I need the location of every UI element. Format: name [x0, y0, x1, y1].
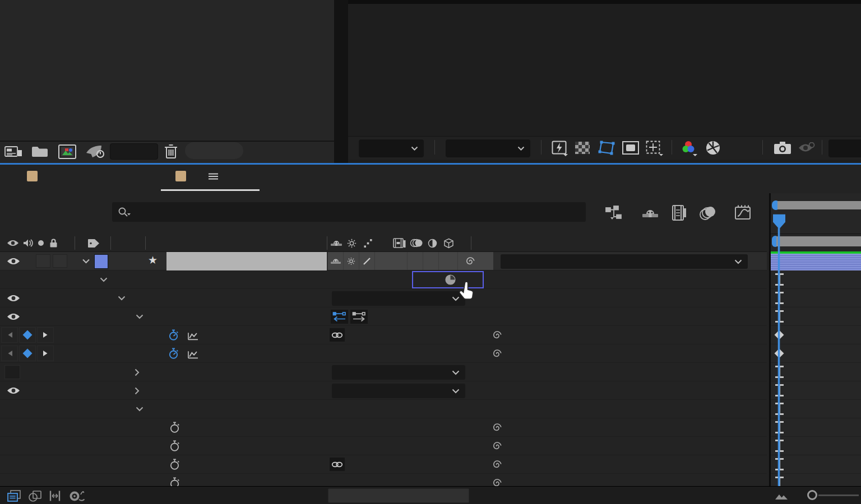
render-queue-icon[interactable]: [85, 144, 105, 159]
search-input[interactable]: [112, 202, 586, 222]
timeline-zoom-slider-handle[interactable]: [807, 490, 817, 500]
comp-tab-icon: [175, 171, 186, 181]
safe-margins-icon[interactable]: [622, 141, 639, 155]
layer-fx-cell[interactable]: [392, 252, 408, 270]
ellipse-path1-expander-chevron-down-icon[interactable]: [136, 314, 144, 319]
row-transform-ellipse-1: [0, 400, 767, 418]
position-pickwhip-icon[interactable]: [491, 348, 502, 359]
fast-preview-icon[interactable]: [552, 141, 568, 156]
toggle-switches-modes-button[interactable]: [328, 488, 469, 503]
time-navigator-bar[interactable]: [777, 201, 861, 209]
panel-divider[interactable]: [334, 0, 348, 163]
search-icon: [118, 207, 131, 218]
bottom-bar: [0, 486, 861, 504]
layer-label-color-swatch[interactable]: [94, 254, 108, 269]
expand-layer-switches-pane-icon[interactable]: [7, 489, 21, 503]
project-search-pill[interactable]: [185, 142, 243, 159]
keyframe-at-current-time[interactable]: [19, 346, 36, 361]
fill1-blend-mode-dropdown[interactable]: [332, 384, 465, 398]
keyframe-nav-next[interactable]: [37, 327, 54, 343]
stroke1-eye-toggle-empty[interactable]: [4, 365, 20, 379]
resolution-dropdown[interactable]: [446, 139, 530, 157]
stroke1-expander-chevron-right-icon[interactable]: [135, 368, 140, 376]
channel-rgb-icon[interactable]: [681, 140, 698, 157]
timeline-zoom-slider-track[interactable]: [818, 494, 859, 496]
project-item-icon[interactable]: [58, 144, 76, 159]
size-constrain-link-icon[interactable]: [330, 328, 345, 342]
magnification-dropdown[interactable]: [359, 139, 424, 157]
keyframe-at-current-time[interactable]: [19, 327, 36, 343]
fill1-expander-chevron-right-icon[interactable]: [135, 387, 140, 395]
scale-constrain-link-icon[interactable]: [330, 458, 345, 471]
parent-dropdown[interactable]: [501, 254, 748, 269]
panel-menu-icon[interactable]: [209, 173, 218, 180]
ellipse1-blend-mode-dropdown[interactable]: [332, 291, 465, 306]
layer-name-selected[interactable]: [166, 252, 327, 270]
ellipse1-eye-icon[interactable]: [7, 294, 20, 302]
position-stopwatch-icon[interactable]: [168, 348, 179, 360]
layer-duration-bar[interactable]: [771, 254, 861, 270]
graph-editor-icon[interactable]: [734, 204, 751, 220]
skew-stopwatch-icon[interactable]: [169, 477, 180, 486]
contents-expander-chevron-down-icon[interactable]: [100, 277, 108, 282]
layer-3d-cell[interactable]: [439, 252, 458, 270]
transform-position-pickwhip-icon[interactable]: [491, 441, 502, 451]
work-area-bar[interactable]: [776, 236, 861, 246]
motion-blur-icon[interactable]: [698, 206, 718, 221]
preview-timecode[interactable]: [828, 139, 861, 157]
size-pickwhip-icon[interactable]: [491, 330, 502, 340]
bit-depth-button[interactable]: [110, 143, 158, 160]
keyframe-nav-next[interactable]: [37, 346, 54, 361]
layer-frame-blend-cell[interactable]: [408, 252, 423, 270]
exposure-aperture-icon[interactable]: [705, 140, 721, 156]
path-direction-reversed-button[interactable]: [331, 310, 348, 324]
shy-layers-icon[interactable]: [641, 206, 659, 220]
layer-parent-pickwhip-icon[interactable]: [458, 252, 480, 270]
trash-icon[interactable]: [164, 143, 178, 160]
timeline-zoom-out-mountain-icon[interactable]: [775, 492, 788, 500]
transform-position-stopwatch-icon[interactable]: [169, 440, 180, 452]
expand-transfer-controls-pane-icon[interactable]: [28, 490, 42, 502]
anchor-pickwhip-icon[interactable]: [491, 422, 502, 433]
solo-toggle-cell[interactable]: [53, 254, 67, 268]
scale-pickwhip-icon[interactable]: [491, 459, 502, 470]
anchor-stopwatch-icon[interactable]: [169, 422, 180, 433]
expand-in-out-pane-icon[interactable]: [48, 490, 62, 502]
layer-expander-chevron-down-icon[interactable]: [82, 259, 90, 264]
snapshot-camera-icon[interactable]: [774, 141, 791, 155]
keyframe-nav-previous[interactable]: [1, 327, 18, 343]
layer-collapse-switch[interactable]: [344, 252, 359, 270]
layer-motion-blur-cell[interactable]: [423, 252, 439, 270]
ellipse-path1-eye-icon[interactable]: [7, 312, 20, 321]
keyframe-nav-previous[interactable]: [1, 346, 18, 361]
row-skew: [0, 474, 767, 486]
frame-blending-icon[interactable]: [670, 204, 687, 221]
transparency-grid-icon[interactable]: [575, 142, 590, 154]
tab-comp-1[interactable]: [175, 171, 218, 181]
folder-icon[interactable]: [31, 146, 48, 158]
grid-guides-icon[interactable]: [646, 141, 664, 156]
path-direction-normal-button[interactable]: [350, 310, 368, 324]
skew-pickwhip-icon[interactable]: [491, 478, 502, 486]
render-time-pane-snail-icon[interactable]: [68, 489, 85, 502]
lock-column-icon: [49, 238, 58, 248]
show-snapshot-icon[interactable]: [798, 142, 815, 153]
size-stopwatch-icon[interactable]: [168, 329, 179, 341]
scale-stopwatch-icon[interactable]: [169, 459, 180, 470]
layer-visibility-eye-icon[interactable]: [7, 257, 20, 265]
footage-interpretation-icon[interactable]: [4, 145, 22, 158]
fill1-eye-icon[interactable]: [7, 386, 20, 395]
playhead-line[interactable]: [778, 228, 780, 486]
region-of-interest-icon[interactable]: [598, 140, 615, 156]
transform-expander-chevron-down-icon[interactable]: [136, 407, 144, 412]
tab-circle-burst[interactable]: [27, 171, 116, 181]
track-row-contents: [771, 270, 861, 289]
stroke1-blend-mode-dropdown[interactable]: [332, 365, 465, 380]
comp-mini-flowchart-icon[interactable]: [605, 206, 622, 220]
track-row-scale: [771, 455, 861, 474]
ellipse1-expander-chevron-down-icon[interactable]: [118, 296, 126, 301]
layer-quality-switch[interactable]: [359, 252, 375, 270]
layer-shy-switch[interactable]: [328, 252, 344, 270]
audio-toggle-cell[interactable]: [36, 254, 50, 268]
timeline-tab-bar: [0, 165, 861, 193]
